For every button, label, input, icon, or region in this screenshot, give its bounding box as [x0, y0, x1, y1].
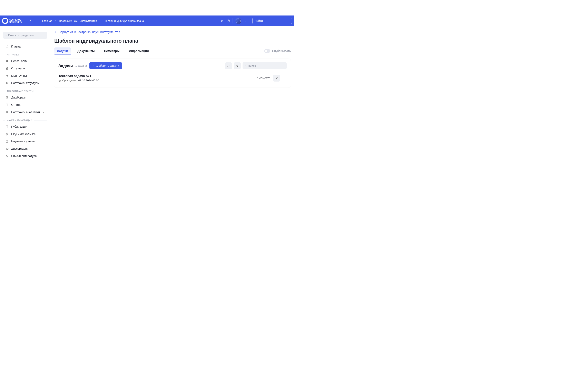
svg-point-18 — [283, 78, 283, 78]
global-search[interactable] — [252, 18, 292, 24]
plus-icon — [93, 65, 95, 67]
chevron-right-icon — [99, 20, 101, 22]
pencil-icon — [276, 77, 278, 80]
task-name: Тестовая задача №1 — [58, 74, 257, 78]
logo-text: SECHENOV UNIVERSITY — [9, 18, 22, 23]
svg-point-16 — [245, 65, 246, 66]
groups-icon — [6, 74, 9, 77]
svg-point-8 — [6, 75, 7, 76]
help-icon[interactable] — [226, 19, 230, 23]
card-search[interactable] — [242, 62, 287, 69]
add-task-label: Добавить задачу — [96, 64, 119, 67]
svg-rect-7 — [8, 69, 8, 69]
tab-info[interactable]: Информация — [126, 48, 151, 55]
sort-icon — [227, 64, 230, 67]
sidebar-item-groups[interactable]: Мои группы — [3, 72, 47, 80]
sidebar-item-rid[interactable]: РИД и объекты ИС — [3, 131, 47, 138]
chevron-down-icon — [43, 111, 45, 113]
card-count: 1 задача — [75, 64, 87, 67]
sidebar: Главная ИНТРАНЕТ Персоналии Структура Мо… — [0, 26, 50, 184]
svg-rect-5 — [7, 67, 8, 68]
sidebar-item-structure[interactable]: Структура — [3, 65, 47, 72]
breadcrumb-item: Шаблон индивидуального плана — [104, 19, 144, 23]
book-icon — [6, 103, 9, 107]
sidebar-item-label: РИД и объекты ИС — [11, 133, 36, 136]
tab-tasks[interactable]: Задачи — [54, 48, 71, 55]
sidebar-item-dissertations[interactable]: Диссертации — [3, 145, 47, 152]
page-title: Шаблон индивидуального плана — [54, 38, 291, 44]
chevron-down-icon[interactable] — [244, 19, 247, 23]
graduation-icon — [6, 147, 9, 150]
sidebar-section-header: ИНТРАНЕТ — [3, 53, 47, 58]
list-icon — [6, 155, 9, 158]
sidebar-item-label: Мои группы — [11, 74, 27, 77]
deadline-label: Срок сдачи: — [62, 79, 77, 82]
sidebar-item-label: Дашборды — [11, 96, 26, 99]
sidebar-item-dashboards[interactable]: Дашборды — [3, 94, 47, 101]
task-row: Тестовая задача №1 Срок сдачи: 01.10.202… — [58, 72, 287, 84]
gear-icon — [6, 111, 9, 114]
publish-toggle[interactable] — [264, 49, 270, 53]
avatar[interactable] — [235, 18, 241, 24]
sidebar-item-reports[interactable]: Отчеты — [3, 101, 47, 109]
search-icon — [245, 64, 246, 67]
main-content: Вернуться в настройки науч. инструментов… — [50, 26, 294, 184]
more-button[interactable] — [282, 75, 287, 82]
sidebar-item-label: Научные издания — [11, 140, 35, 143]
sidebar-item-label: Настройки структуры — [11, 82, 39, 85]
chevron-right-icon — [55, 20, 57, 22]
svg-point-10 — [7, 83, 8, 83]
card-search-input[interactable] — [248, 64, 285, 67]
filter-button[interactable] — [234, 62, 241, 69]
sidebar-item-home[interactable]: Главная — [3, 43, 47, 50]
badge-icon — [6, 133, 9, 136]
sidebar-item-structure-settings[interactable]: Настройки структуры — [3, 80, 47, 87]
svg-point-2 — [6, 35, 6, 35]
edit-task-button[interactable] — [273, 75, 280, 82]
sidebar-item-publications[interactable]: Публикации — [3, 123, 47, 131]
sidebar-search[interactable] — [3, 32, 47, 39]
svg-point-20 — [285, 78, 285, 78]
sidebar-item-label: Списки литературы — [11, 155, 37, 158]
card-title: Задачи — [58, 63, 73, 68]
sidebar-item-label: Настройки аналитики — [11, 111, 40, 114]
sidebar-item-editions[interactable]: Научные издания — [3, 138, 47, 145]
global-search-input[interactable] — [255, 19, 291, 22]
svg-rect-6 — [6, 69, 7, 69]
svg-point-13 — [7, 133, 8, 134]
sidebar-item-label: Структура — [11, 67, 25, 70]
svg-point-14 — [7, 155, 7, 156]
structure-icon — [6, 67, 9, 70]
breadcrumb-item[interactable]: Настройки науч. инструментов — [59, 19, 97, 23]
task-semester: 1 семестр — [257, 76, 270, 80]
tasks-card: Задачи 1 задача Добавить задачу — [54, 59, 291, 88]
sidebar-item-label: Персоналии — [11, 59, 27, 63]
back-link[interactable]: Вернуться в настройки науч. инструментов — [54, 30, 291, 34]
logo-icon — [2, 18, 8, 24]
svg-rect-17 — [59, 80, 61, 81]
breadcrumb-item[interactable]: Главная — [42, 19, 52, 23]
sidebar-item-bibliography[interactable]: Списки литературы — [3, 152, 47, 160]
publish-label: Опубликовать — [272, 49, 291, 53]
svg-point-4 — [7, 60, 8, 61]
logo[interactable]: SECHENOV UNIVERSITY — [2, 18, 22, 24]
browser-blank-area — [0, 0, 294, 16]
sidebar-item-label: Отчеты — [11, 103, 21, 107]
gear-icon — [6, 82, 9, 85]
sidebar-section-header: НАУКА И ИННОВАЦИИ — [3, 119, 47, 123]
sidebar-search-input[interactable] — [8, 34, 45, 37]
tab-documents[interactable]: Документы — [75, 48, 97, 55]
pin-icon[interactable] — [28, 19, 32, 23]
sidebar-item-label: Публикации — [11, 125, 27, 128]
sidebar-item-personnel[interactable]: Персоналии — [3, 58, 47, 65]
add-task-button[interactable]: Добавить задачу — [89, 62, 122, 69]
sort-button[interactable] — [225, 62, 232, 69]
sidebar-item-analytics-settings[interactable]: Настройки аналитики — [3, 109, 47, 116]
dots-icon — [283, 78, 286, 78]
svg-rect-11 — [6, 97, 8, 98]
tab-semesters[interactable]: Семестры — [101, 48, 122, 55]
settings-sliders-icon[interactable] — [220, 19, 224, 23]
sidebar-item-label: Главная — [11, 45, 22, 48]
calendar-icon — [58, 79, 61, 82]
svg-point-19 — [284, 78, 285, 78]
